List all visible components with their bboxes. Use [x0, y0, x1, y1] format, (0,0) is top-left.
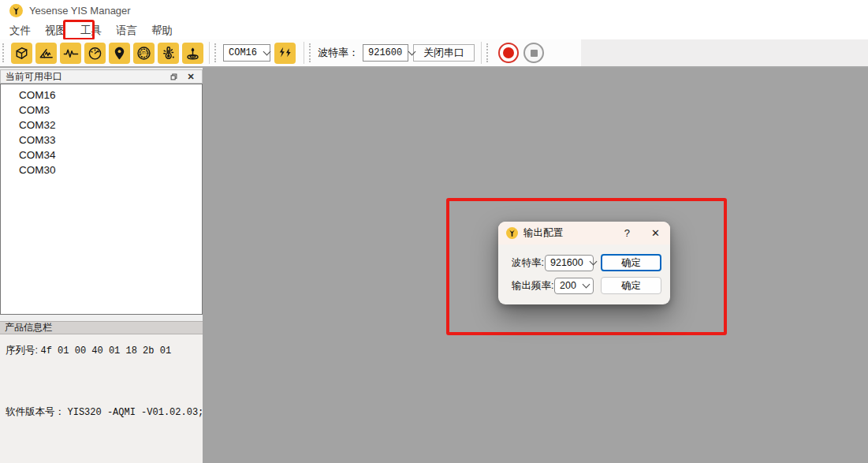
menubar: 文件 视图 工具 语言 帮助 [0, 21, 868, 39]
serial-number-label: 序列号: [6, 345, 38, 356]
dialog-baud-select[interactable]: 921600 [545, 255, 594, 271]
window-title: Yesense YIS Manager [29, 5, 131, 17]
firmware-version-label: 软件版本号： [6, 406, 65, 417]
toolbar-separator [209, 42, 210, 64]
serial-number-value: 4f 01 00 40 01 18 2b 01 [40, 345, 171, 357]
port-list-item[interactable]: COM30 [1, 162, 202, 177]
baud-rate-row: 波特率: 921600 确定 [512, 254, 661, 271]
app-window: Yesense YIS Manager 文件 视图 工具 语言 帮助 [0, 0, 868, 463]
thermometer-button[interactable] [158, 43, 179, 64]
location-pin-button[interactable] [109, 43, 130, 64]
record-icon [503, 47, 514, 58]
waveform-button[interactable] [60, 43, 81, 64]
menu-file[interactable]: 文件 [8, 24, 32, 38]
com-port-select[interactable]: COM16 [223, 44, 270, 62]
toolbar-drag-handle[interactable] [2, 43, 6, 62]
toolbar-drag-handle[interactable] [486, 43, 490, 62]
firmware-version-value: YIS320 -AQMI -V01.02.03; [67, 407, 203, 418]
dialog-baud-value: 921600 [550, 257, 583, 268]
dialog-frequency-value: 200 [560, 280, 576, 291]
stop-button[interactable] [523, 43, 544, 63]
baud-rate-select[interactable]: 921600 [363, 44, 408, 62]
baud-rate-value: 921600 [368, 47, 402, 58]
output-config-dialog: 输出配置 ? ✕ 波特率: 921600 确定 输出频率: 200 确定 [498, 222, 670, 304]
baud-rate-label: 波特率： [318, 46, 359, 60]
toolbar-drag-handle[interactable] [309, 43, 313, 62]
yesense-logo-icon [506, 227, 518, 239]
close-serial-button[interactable]: 关闭串口 [413, 44, 475, 62]
workspace: 输出配置 ? ✕ 波特率: 921600 确定 输出频率: 200 确定 [203, 68, 868, 463]
baud-confirm-button[interactable]: 确定 [601, 254, 661, 271]
dialog-baud-label: 波特率: [512, 256, 544, 270]
dialog-frequency-label: 输出频率: [512, 279, 553, 293]
firmware-version-row: 软件版本号： YIS320 -AQMI -V01.02.03; [6, 405, 203, 419]
toolbar-separator [304, 42, 304, 64]
dialog-frequency-select[interactable]: 200 [554, 278, 594, 294]
com-port-value: COM16 [229, 47, 257, 58]
refresh-ports-button[interactable] [274, 43, 296, 64]
serial-number-row: 序列号: 4f 01 00 40 01 18 2b 01 [6, 344, 171, 357]
product-info-body: 序列号: 4f 01 00 40 01 18 2b 01 软件版本号： YIS3… [0, 334, 203, 463]
chevron-down-icon [263, 48, 271, 56]
port-list-item[interactable]: COM34 [1, 147, 202, 162]
dialog-titlebar: 输出配置 ? ✕ [498, 222, 670, 245]
menu-language[interactable]: 语言 [114, 24, 139, 38]
yesense-logo-icon [9, 4, 23, 17]
record-button[interactable] [498, 43, 519, 63]
output-frequency-row: 输出频率: 200 确定 [512, 277, 661, 294]
angle-waveform-button[interactable] [35, 43, 57, 64]
svg-text:UTC: UTC [140, 50, 148, 55]
gauge-button[interactable] [84, 43, 106, 64]
toolbar-separator [481, 42, 482, 64]
serial-ports-dock: 当前可用串口 ✕ COM16 COM3 COM32 COM33 COM34 CO… [0, 68, 203, 463]
available-ports-list: COM16 COM3 COM32 COM33 COM34 COM30 [0, 84, 203, 315]
cube-3d-view-button[interactable] [11, 43, 32, 64]
chevron-down-icon [589, 258, 597, 266]
port-list-item[interactable]: COM16 [1, 88, 202, 103]
menu-view[interactable]: 视图 [43, 24, 68, 38]
port-list-item[interactable]: COM3 [1, 103, 202, 118]
dialog-help-button[interactable]: ? [624, 227, 630, 239]
product-info-header: 产品信息栏 [0, 321, 203, 334]
port-list-item[interactable]: COM32 [1, 118, 202, 133]
dialog-title: 输出配置 [523, 226, 563, 240]
dialog-close-icon[interactable]: ✕ [651, 227, 660, 239]
toolbar-drag-handle[interactable] [214, 43, 218, 62]
titlebar: Yesense YIS Manager [0, 0, 868, 21]
dock-header: 当前可用串口 ✕ [0, 69, 203, 84]
close-panel-icon[interactable]: ✕ [184, 71, 197, 82]
port-list-item[interactable]: COM33 [1, 133, 202, 147]
toolbar-groups: UTC COM16 波特率： 921600 [0, 39, 581, 66]
toolbar: UTC COM16 波特率： 921600 [0, 39, 868, 68]
chevron-down-icon [582, 281, 590, 289]
utc-clock-button[interactable]: UTC [133, 43, 155, 64]
float-panel-icon[interactable] [167, 71, 180, 82]
dock-title: 当前可用串口 [6, 70, 62, 84]
stop-icon [531, 50, 538, 57]
menu-help[interactable]: 帮助 [150, 24, 174, 38]
joystick-button[interactable] [182, 43, 203, 64]
frequency-confirm-button[interactable]: 确定 [601, 277, 661, 294]
menu-tools[interactable]: 工具 [79, 24, 103, 38]
